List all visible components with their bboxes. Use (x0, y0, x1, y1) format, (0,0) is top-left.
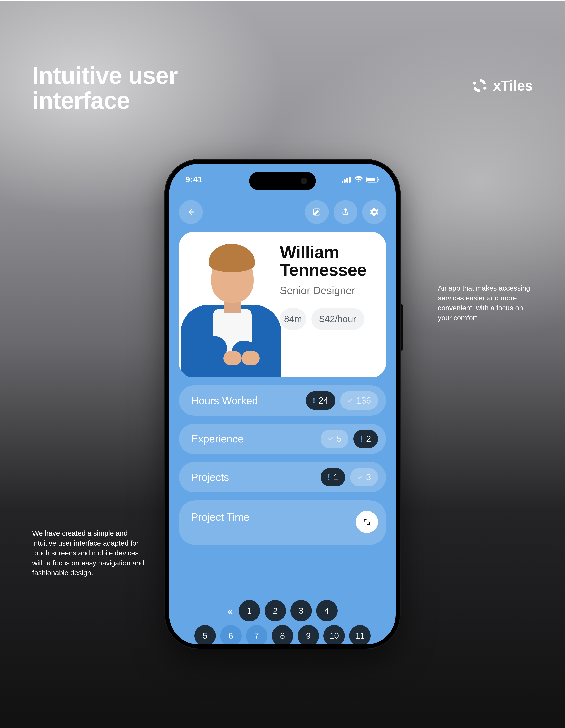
callout-left: We have created a simple and intuitive u… (32, 528, 145, 578)
expand-icon (363, 518, 371, 526)
pill-exp-done-value: 5 (337, 434, 342, 444)
page-10[interactable]: 10 (323, 625, 345, 644)
row-hours-worked[interactable]: Hours Worked ! 24 136 (179, 385, 386, 416)
check-icon (347, 397, 353, 404)
pager: ‹‹ 1 2 3 4 5 6 7 8 9 10 11 (169, 600, 396, 644)
pill-proj-done[interactable]: 3 (350, 468, 378, 486)
svg-rect-3 (344, 179, 346, 183)
pill-exp-done[interactable]: 5 (321, 430, 348, 448)
profile-chips: 84m $42/hour (280, 308, 374, 330)
pill-proj-alert-value: 1 (333, 472, 338, 482)
page-1[interactable]: 1 (239, 600, 260, 621)
arrow-left-icon (186, 208, 195, 217)
headline-line-2: interface (32, 88, 178, 113)
pill-exp-alert[interactable]: ! 2 (353, 430, 378, 448)
status-time: 9:41 (185, 175, 202, 184)
pill-proj-alert[interactable]: ! 1 (321, 468, 345, 486)
status-icons (342, 176, 380, 183)
dynamic-island (249, 172, 316, 190)
page-11[interactable]: 11 (349, 625, 371, 644)
page-8[interactable]: 8 (272, 625, 293, 644)
row-label-experience: Experience (191, 433, 316, 445)
pager-row-top: ‹‹ 1 2 3 4 (227, 600, 338, 621)
avatar (179, 243, 280, 377)
toolbar (179, 200, 386, 224)
pill-exp-alert-value: 2 (366, 434, 371, 444)
alert-icon: ! (360, 434, 363, 443)
phone-frame: 9:41 (164, 159, 401, 649)
callout-right: An app that makes accessing services eas… (438, 283, 533, 323)
pill-hours-alert-value: 24 (319, 395, 329, 406)
edit-button[interactable] (305, 200, 329, 224)
page-4[interactable]: 4 (316, 600, 338, 621)
chip-rate[interactable]: $42/hour (311, 308, 364, 330)
profile-name: William Tennessee (280, 243, 374, 279)
profile-name-line2: Tennessee (280, 261, 374, 279)
avatar-illustration (179, 238, 284, 377)
app-content: William Tennessee Senior Designer 84m $4… (169, 164, 396, 644)
alert-icon: ! (327, 473, 330, 482)
pill-proj-done-value: 3 (366, 472, 371, 482)
page-5[interactable]: 5 (194, 625, 216, 644)
settings-button[interactable] (362, 200, 386, 224)
profile-info: William Tennessee Senior Designer 84m $4… (280, 243, 374, 377)
svg-rect-5 (349, 177, 351, 183)
gear-icon (370, 208, 379, 217)
svg-rect-8 (378, 179, 379, 181)
brand-name: xTiles (493, 77, 533, 94)
brand-logo-icon (472, 77, 488, 94)
edit-icon (313, 208, 321, 216)
cellular-icon (342, 177, 351, 183)
phone-screen: 9:41 (169, 164, 396, 644)
check-icon (327, 436, 334, 442)
alert-icon: ! (313, 396, 315, 405)
svg-rect-7 (367, 178, 375, 181)
share-button[interactable] (334, 200, 357, 224)
row-label-projects: Projects (191, 471, 316, 483)
page-7[interactable]: 7 (246, 625, 267, 644)
row-experience[interactable]: Experience 5 ! 2 (179, 424, 386, 454)
svg-rect-4 (346, 178, 348, 183)
row-projects[interactable]: Projects ! 1 3 (179, 462, 386, 492)
headline-line-1: Intuitive user (32, 63, 178, 88)
row-project-time[interactable]: Project Time (179, 500, 386, 545)
page-3[interactable]: 3 (290, 600, 312, 621)
share-icon (341, 208, 350, 216)
page-6[interactable]: 6 (220, 625, 242, 644)
wifi-icon (354, 176, 363, 183)
page-9[interactable]: 9 (298, 625, 319, 644)
check-icon (357, 474, 363, 480)
svg-rect-2 (342, 181, 343, 183)
headline: Intuitive user interface (32, 63, 178, 113)
profile-role: Senior Designer (280, 284, 374, 296)
back-button[interactable] (179, 200, 203, 224)
svg-point-1 (483, 87, 487, 90)
row-label-hours: Hours Worked (191, 394, 301, 407)
row-label-project-time: Project Time (191, 511, 351, 523)
svg-point-0 (473, 82, 476, 85)
profile-card: William Tennessee Senior Designer 84m $4… (179, 232, 386, 377)
pill-hours-done[interactable]: 136 (340, 391, 378, 410)
battery-icon (366, 176, 380, 183)
pager-row-bottom: 5 6 7 8 9 10 11 (194, 625, 371, 644)
expand-button[interactable] (356, 511, 378, 533)
brand: xTiles (472, 77, 533, 94)
page-2[interactable]: 2 (265, 600, 286, 621)
pager-prev[interactable]: ‹‹ (227, 605, 231, 617)
pill-hours-done-value: 136 (356, 395, 371, 406)
marketing-slide: Intuitive user interface xTiles An app t… (0, 0, 565, 728)
profile-name-line1: William (280, 243, 374, 261)
pill-hours-alert[interactable]: ! 24 (306, 391, 335, 410)
